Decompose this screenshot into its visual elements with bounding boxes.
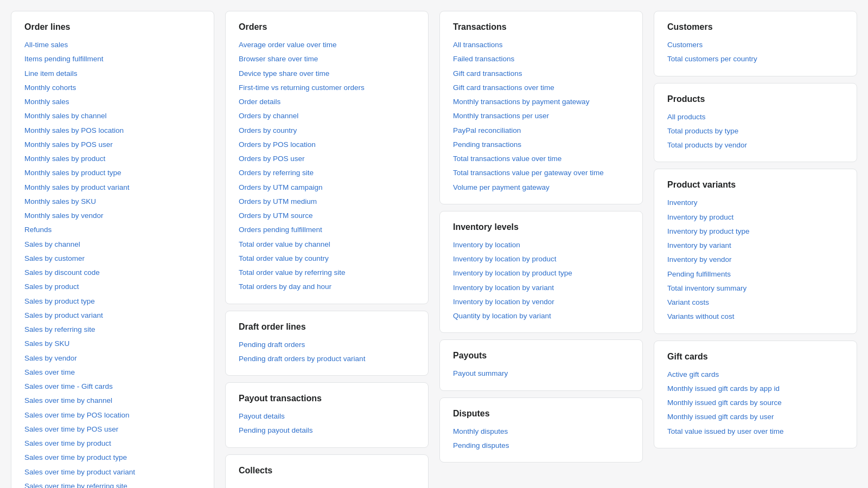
report-link[interactable]: Quantity by location by variant (453, 311, 629, 322)
column-customers-col: CustomersCustomersTotal customers per co… (648, 11, 857, 488)
report-link[interactable]: Sales by product type (24, 296, 201, 307)
report-link[interactable]: Pending draft orders by product variant (239, 354, 415, 364)
report-link[interactable]: All-time sales (24, 40, 201, 50)
report-link[interactable]: Device type share over time (239, 68, 415, 79)
card-title-disputes-card: Disputes (453, 409, 629, 419)
report-link[interactable]: Inventory by location by variant (453, 282, 629, 293)
card-title-collects-card: Collects (239, 466, 415, 476)
report-link[interactable]: Inventory by location by vendor (453, 297, 629, 307)
report-link[interactable]: Sales over time by channel (24, 395, 201, 406)
link-list-order-lines-card: All-time salesItems pending fulfillmentL… (24, 40, 201, 488)
report-link[interactable]: Sales by referring site (24, 324, 201, 335)
report-link[interactable]: Total orders by day and hour (239, 281, 415, 292)
report-link[interactable]: Payout details (239, 411, 415, 422)
report-link[interactable]: Monthly sales by product type (24, 168, 201, 178)
column-order-lines: Order linesAll-time salesItems pending f… (11, 11, 220, 488)
report-link[interactable]: Monthly sales by channel (24, 111, 201, 121)
report-link[interactable]: Pending draft orders (239, 339, 415, 350)
report-link[interactable]: First-time vs returning customer orders (239, 82, 415, 93)
report-link[interactable]: Sales by product (24, 281, 201, 292)
report-link[interactable]: Total products by vendor (667, 140, 844, 151)
report-link[interactable]: Sales over time by product type (24, 452, 201, 463)
report-link[interactable]: PayPal reconciliation (453, 125, 629, 136)
report-link[interactable]: Orders pending fulfillment (239, 224, 415, 235)
report-link[interactable]: Monthly transactions by payment gateway (453, 97, 629, 107)
card-title-product-variants-card: Product variants (667, 180, 844, 190)
report-link[interactable]: Gift card transactions (453, 68, 629, 79)
report-link[interactable]: Orders by UTM campaign (239, 182, 415, 193)
report-link[interactable]: Monthly transactions per user (453, 111, 629, 121)
report-link[interactable]: Sales over time by product variant (24, 467, 201, 478)
report-link[interactable]: Monthly issued gift cards by user (667, 412, 844, 422)
report-link[interactable]: Monthly sales by POS user (24, 139, 201, 150)
report-link[interactable]: Payout summary (453, 368, 629, 379)
report-link[interactable]: Active gift cards (667, 369, 844, 380)
report-link[interactable]: Volume per payment gateway (453, 182, 629, 193)
report-link[interactable]: Monthly sales by product variant (24, 182, 201, 193)
report-link[interactable]: Total order value by referring site (239, 267, 415, 278)
report-link[interactable]: Failed transactions (453, 54, 629, 65)
report-link[interactable]: Pending transactions (453, 139, 629, 150)
report-link[interactable]: Average order value over time (239, 40, 415, 50)
report-link[interactable]: Sales over time by POS user (24, 424, 201, 435)
report-link[interactable]: Monthly issued gift cards by source (667, 397, 844, 408)
report-link[interactable]: Sales by SKU (24, 338, 201, 349)
report-link[interactable]: Inventory by location by product type (453, 268, 629, 279)
report-link[interactable]: Sales by customer (24, 253, 201, 264)
report-link[interactable]: Sales over time by referring site (24, 481, 201, 488)
report-link[interactable]: Sales over time by POS location (24, 410, 201, 421)
report-link[interactable]: Customers (667, 40, 844, 50)
report-link[interactable]: Monthly sales by vendor (24, 210, 201, 221)
report-link[interactable]: Monthly issued gift cards by app id (667, 383, 844, 394)
report-link[interactable]: Refunds (24, 224, 201, 235)
report-link[interactable]: Monthly sales by SKU (24, 196, 201, 207)
report-link[interactable]: Inventory by location by product (453, 254, 629, 265)
report-link[interactable]: All products (667, 112, 844, 123)
report-link[interactable]: Inventory by product (667, 212, 844, 223)
report-link[interactable]: Pending fulfillments (667, 269, 844, 280)
report-link[interactable]: Orders by channel (239, 111, 415, 121)
report-link[interactable]: Line item details (24, 68, 201, 79)
report-link[interactable]: Orders by referring site (239, 168, 415, 178)
report-link[interactable]: Order details (239, 97, 415, 107)
report-link[interactable]: Orders by POS location (239, 139, 415, 150)
report-link[interactable]: Variants without cost (667, 311, 844, 322)
report-link[interactable]: Monthly sales by product (24, 153, 201, 164)
report-link[interactable]: Browser share over time (239, 54, 415, 65)
report-link[interactable]: Total transactions value per gateway ove… (453, 168, 629, 178)
report-link[interactable]: Inventory (667, 197, 844, 208)
report-link[interactable]: Orders by UTM source (239, 210, 415, 221)
report-link[interactable]: Sales by product variant (24, 310, 201, 321)
report-link[interactable]: Items pending fulfillment (24, 54, 201, 65)
report-link[interactable]: Orders by UTM medium (239, 196, 415, 207)
card-title-draft-order-lines-card: Draft order lines (239, 322, 415, 332)
report-link[interactable]: Pending disputes (453, 440, 629, 451)
report-link[interactable]: Pending payout details (239, 425, 415, 436)
report-link[interactable]: Orders by country (239, 125, 415, 136)
report-link[interactable]: Inventory by product type (667, 226, 844, 237)
report-link[interactable]: Monthly sales (24, 97, 201, 107)
report-link[interactable]: Sales over time by product (24, 438, 201, 449)
report-link[interactable]: Sales over time (24, 367, 201, 378)
report-link[interactable]: Sales over time - Gift cards (24, 381, 201, 392)
report-link[interactable]: Inventory by location (453, 240, 629, 251)
report-link[interactable]: Total customers per country (667, 54, 844, 65)
report-link[interactable]: Total value issued by user over time (667, 426, 844, 437)
report-link[interactable]: Total order value by channel (239, 239, 415, 250)
report-link[interactable]: Total products by type (667, 126, 844, 137)
report-link[interactable]: Total transactions value over time (453, 153, 629, 164)
report-link[interactable]: All transactions (453, 40, 629, 50)
report-link[interactable]: Sales by vendor (24, 353, 201, 364)
report-link[interactable]: Inventory by variant (667, 240, 844, 251)
report-link[interactable]: Monthly cohorts (24, 82, 201, 93)
report-link[interactable]: Sales by channel (24, 239, 201, 250)
report-link[interactable]: Orders by POS user (239, 153, 415, 164)
report-link[interactable]: Gift card transactions over time (453, 82, 629, 93)
report-link[interactable]: Variant costs (667, 297, 844, 308)
report-link[interactable]: Monthly disputes (453, 426, 629, 437)
report-link[interactable]: Total inventory summary (667, 283, 844, 294)
report-link[interactable]: Monthly sales by POS location (24, 125, 201, 136)
report-link[interactable]: Sales by discount code (24, 267, 201, 278)
report-link[interactable]: Total order value by country (239, 253, 415, 264)
report-link[interactable]: Inventory by vendor (667, 254, 844, 265)
